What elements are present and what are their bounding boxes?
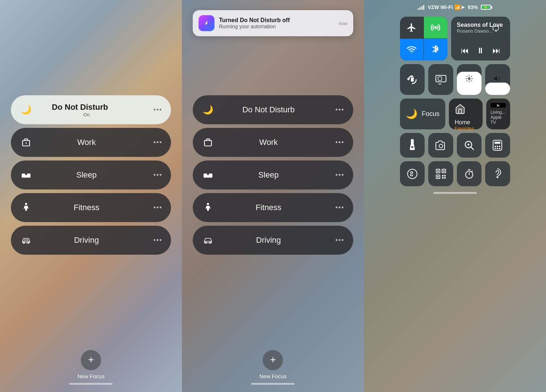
airplane-mode-button[interactable] xyxy=(400,17,424,38)
shortcuts-app-icon xyxy=(199,15,214,31)
music-top: Seasons of Love Rosario Dawso... xyxy=(457,22,504,34)
carrier-label: VZW Wi-Fi xyxy=(428,4,453,10)
screen-mirror-button[interactable] xyxy=(428,64,453,95)
svg-point-37 xyxy=(495,148,496,149)
next-button[interactable]: ⏭ xyxy=(492,46,500,55)
svg-point-27 xyxy=(439,144,443,148)
camera-button[interactable] xyxy=(428,133,453,158)
home-button[interactable]: Home Favorites xyxy=(449,99,483,129)
wifi-button[interactable] xyxy=(400,39,424,61)
new-focus-label-1: New Focus xyxy=(78,373,105,379)
status-left: VZW Wi-Fi 📶 xyxy=(418,4,460,10)
new-focus-wrap-2: + New Focus xyxy=(259,350,287,379)
notification-title: Turned Do Not Disturb off xyxy=(219,17,334,24)
svg-rect-48 xyxy=(444,175,446,176)
svg-rect-49 xyxy=(442,177,443,179)
flashlight-button[interactable] xyxy=(400,133,425,158)
qr-scanner-button[interactable] xyxy=(428,161,453,186)
svg-point-39 xyxy=(499,148,500,149)
shazam-button[interactable] xyxy=(400,161,425,186)
driving-dots-2[interactable]: ••• xyxy=(335,237,345,244)
focus-item-work-2[interactable]: Work ••• xyxy=(193,128,353,157)
bluetooth-button[interactable] xyxy=(424,39,447,61)
panel-focus-active: 🌙 Do Not Disturb On ••• Work ••• xyxy=(0,0,182,392)
focus-item-dnd-2[interactable]: 🌙 Do Not Disturb ••• xyxy=(193,95,353,124)
focus-item-work[interactable]: Work ••• xyxy=(11,128,171,157)
work-dots[interactable]: ••• xyxy=(153,139,162,146)
dnd-label: Do Not Disturb xyxy=(7,103,153,112)
notification-text: Turned Do Not Disturb off Running your a… xyxy=(219,17,334,29)
svg-rect-33 xyxy=(495,142,500,144)
fitness-dots-2[interactable]: ••• xyxy=(335,204,345,212)
hearing-button[interactable] xyxy=(485,161,510,186)
home-title: Home xyxy=(455,119,477,126)
dnd-label-2: Do Not Disturb xyxy=(201,105,335,114)
driving-dots[interactable]: ••• xyxy=(153,237,162,244)
status-bar: VZW Wi-Fi 📶 ➤ 93% ⚡ xyxy=(410,0,500,13)
focus-item-sleep[interactable]: Sleep ••• xyxy=(11,160,171,189)
brightness-slider[interactable] xyxy=(457,64,482,95)
new-focus-button-2[interactable]: + xyxy=(263,350,283,370)
signal-bar-1 xyxy=(418,8,419,10)
airplay-icon[interactable] xyxy=(493,25,499,33)
magnifier-button[interactable] xyxy=(457,133,482,158)
focus-moon-icon: 🌙 xyxy=(406,108,417,120)
sleep-dots[interactable]: ••• xyxy=(153,171,162,179)
new-focus-label-2: New Focus xyxy=(259,373,287,379)
svg-point-36 xyxy=(499,146,500,147)
focus-item-driving-2[interactable]: Driving ••• xyxy=(193,226,353,255)
svg-marker-18 xyxy=(495,29,497,31)
timer-button[interactable] xyxy=(457,161,482,186)
rotation-lock-button[interactable] xyxy=(400,64,425,95)
play-pause-button[interactable]: ⏸ xyxy=(476,46,484,55)
notification-banner[interactable]: Turned Do Not Disturb off Running your a… xyxy=(193,10,353,36)
fitness-dots[interactable]: ••• xyxy=(153,204,162,212)
focus-item-driving[interactable]: Driving ••• xyxy=(11,226,171,255)
focus-list-1: 🌙 Do Not Disturb On ••• Work ••• xyxy=(11,95,171,255)
signal-bar-3 xyxy=(421,6,422,10)
panel-control-center: VZW Wi-Fi 📶 ➤ 93% ⚡ xyxy=(364,0,546,392)
home-sub: Favorites xyxy=(455,126,477,131)
location-icon: ➤ xyxy=(460,4,465,10)
new-focus-button-1[interactable]: + xyxy=(81,350,101,370)
focus-control-button[interactable]: 🌙 Focus xyxy=(400,99,445,129)
calculator-button[interactable] xyxy=(485,133,510,158)
prev-button[interactable]: ⏮ xyxy=(461,46,469,55)
dnd-dots[interactable]: ••• xyxy=(153,106,162,114)
svg-rect-21 xyxy=(436,75,446,82)
plus-icon-1: + xyxy=(88,355,94,365)
focus-item-dnd-active[interactable]: 🌙 Do Not Disturb On ••• xyxy=(11,95,171,124)
svg-point-34 xyxy=(495,146,496,147)
cc-row-2 xyxy=(400,64,510,95)
cellular-button[interactable] xyxy=(424,17,447,38)
dnd-dots-2[interactable]: ••• xyxy=(335,106,345,114)
cc-row-3: 🌙 Focus Home Favorites tv xyxy=(400,99,510,129)
signal-bars xyxy=(418,5,424,10)
cc-icons-row-2 xyxy=(400,161,510,186)
sleep-dots-2[interactable]: ••• xyxy=(335,171,345,179)
cc-icons-row-1 xyxy=(400,133,510,158)
focus-item-fitness[interactable]: Fitness ••• xyxy=(11,193,171,222)
sleep-label: Sleep xyxy=(20,170,153,180)
svg-rect-44 xyxy=(437,170,439,172)
svg-rect-50 xyxy=(444,177,446,179)
svg-point-17 xyxy=(434,26,437,29)
svg-rect-25 xyxy=(411,139,414,143)
music-block[interactable]: Seasons of Love Rosario Dawso... ⏮ ⏸ ⏭ xyxy=(451,17,510,61)
signal-bar-2 xyxy=(420,7,421,10)
svg-rect-22 xyxy=(438,77,442,80)
svg-point-26 xyxy=(411,146,413,148)
focus-item-fitness-2[interactable]: Fitness ••• xyxy=(193,193,353,222)
work-label: Work xyxy=(20,138,153,147)
svg-rect-46 xyxy=(437,176,439,178)
home-indicator-2 xyxy=(251,383,295,385)
focus-list-2: 🌙 Do Not Disturb ••• Work ••• Sleep ••• xyxy=(193,95,353,255)
work-dots-2[interactable]: ••• xyxy=(335,139,345,146)
svg-rect-47 xyxy=(442,175,443,176)
focus-item-sleep-2[interactable]: Sleep ••• xyxy=(193,160,353,189)
battery-icon: ⚡ xyxy=(481,5,492,10)
svg-point-38 xyxy=(497,148,498,149)
appletv-button[interactable]: tv Living... Apple TV xyxy=(486,99,510,129)
status-right: ➤ 93% ⚡ xyxy=(460,4,492,10)
volume-slider[interactable] xyxy=(485,64,510,95)
